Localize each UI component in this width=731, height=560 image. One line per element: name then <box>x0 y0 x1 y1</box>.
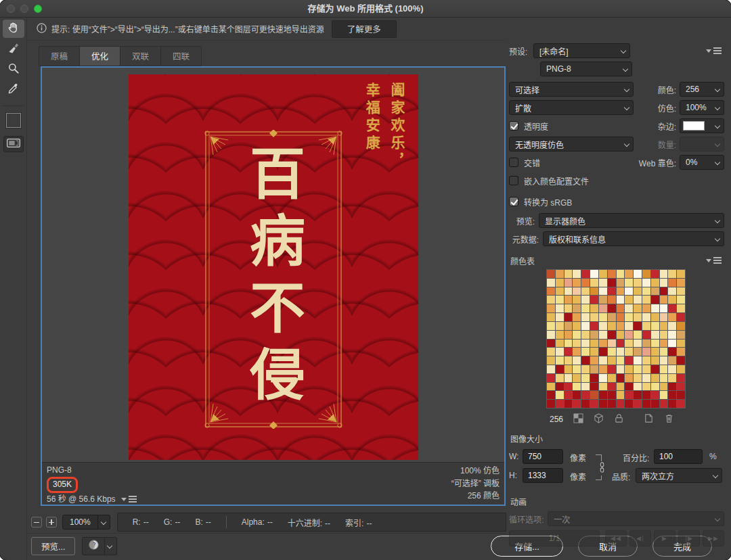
color-swatch[interactable] <box>581 391 590 399</box>
color-swatch[interactable] <box>660 348 668 356</box>
color-swatch[interactable] <box>660 365 668 373</box>
color-swatch[interactable] <box>590 383 598 391</box>
color-swatch[interactable] <box>625 348 633 356</box>
color-swatch[interactable] <box>625 340 633 348</box>
color-swatch[interactable] <box>573 270 581 278</box>
color-swatch[interactable] <box>547 365 555 373</box>
eyedropper-tool-button[interactable] <box>3 80 24 99</box>
slice-visibility-toggle[interactable] <box>3 136 24 152</box>
color-swatch[interactable] <box>599 279 607 287</box>
color-swatch[interactable] <box>651 374 659 382</box>
color-swatch[interactable] <box>634 365 642 373</box>
preview-in-browser-button[interactable]: 预览... <box>31 537 75 555</box>
dither-method-select[interactable]: 扩散 <box>509 100 634 115</box>
color-swatch[interactable] <box>625 270 633 278</box>
format-select[interactable]: PNG-8 <box>540 62 632 76</box>
color-swatch[interactable] <box>668 365 676 373</box>
color-swatch[interactable] <box>677 356 685 365</box>
color-swatch[interactable] <box>625 365 633 373</box>
color-swatch[interactable] <box>599 391 607 399</box>
color-swatch[interactable] <box>547 331 555 339</box>
tab-original[interactable]: 原稿 <box>39 46 79 66</box>
color-swatch[interactable] <box>642 374 650 382</box>
color-swatch[interactable] <box>660 374 668 382</box>
color-swatch[interactable] <box>660 383 668 391</box>
color-swatch[interactable] <box>677 331 685 339</box>
metadata-select[interactable]: 版权和联系信息 <box>543 231 724 246</box>
color-swatch[interactable] <box>642 331 650 339</box>
color-swatch[interactable] <box>625 322 633 330</box>
color-swatch[interactable] <box>625 356 633 365</box>
color-swatch[interactable] <box>608 313 616 321</box>
color-swatch[interactable] <box>660 356 668 365</box>
color-swatch[interactable] <box>625 287 633 296</box>
color-swatch[interactable] <box>677 287 685 296</box>
color-swatch[interactable] <box>677 270 685 278</box>
color-swatch[interactable] <box>660 400 668 408</box>
color-swatch[interactable] <box>668 400 676 408</box>
color-swatch[interactable] <box>573 400 581 408</box>
color-swatch[interactable] <box>564 356 573 365</box>
color-swatch[interactable] <box>634 340 642 348</box>
tab-2up[interactable]: 双联 <box>120 46 160 66</box>
color-swatch[interactable] <box>625 331 633 339</box>
color-swatch[interactable] <box>547 304 555 312</box>
color-swatch[interactable] <box>556 391 564 399</box>
color-swatch[interactable] <box>590 313 598 321</box>
color-swatch[interactable] <box>547 322 555 330</box>
color-swatch[interactable] <box>617 374 625 382</box>
color-swatch[interactable] <box>625 296 633 304</box>
transparency-checkbox[interactable] <box>509 121 518 131</box>
color-swatch[interactable] <box>581 296 590 304</box>
color-swatch[interactable] <box>677 400 685 408</box>
color-swatch[interactable] <box>677 313 685 321</box>
color-table-menu-icon[interactable] <box>706 257 722 264</box>
color-swatch[interactable] <box>581 287 590 296</box>
color-swatch[interactable] <box>651 304 659 312</box>
color-swatch[interactable] <box>556 383 564 391</box>
color-swatch[interactable] <box>617 313 625 321</box>
color-swatch[interactable] <box>547 279 555 287</box>
color-swatch[interactable] <box>590 296 598 304</box>
color-swatch[interactable] <box>617 296 625 304</box>
color-swatch[interactable] <box>608 340 616 348</box>
embed-profile-checkbox[interactable] <box>509 176 518 185</box>
slice-select-tool-button[interactable] <box>3 40 24 58</box>
color-swatch[interactable] <box>668 279 676 287</box>
color-swatch[interactable] <box>677 365 685 373</box>
color-swatch[interactable] <box>556 348 564 356</box>
eyedropper-color-swatch[interactable] <box>6 113 21 128</box>
color-swatch[interactable] <box>573 287 581 296</box>
color-swatch[interactable] <box>547 374 555 382</box>
color-swatch[interactable] <box>660 322 668 330</box>
color-swatch[interactable] <box>608 279 616 287</box>
transparency-dither-select[interactable]: 无透明度仿色 <box>509 137 634 151</box>
color-swatch[interactable] <box>564 313 573 321</box>
height-input[interactable]: 1333 <box>523 468 563 483</box>
color-swatch[interactable] <box>556 331 564 339</box>
color-swatch[interactable] <box>651 279 659 287</box>
color-swatch[interactable] <box>617 287 625 296</box>
color-swatch[interactable] <box>634 270 642 278</box>
color-swatch[interactable] <box>599 331 607 339</box>
color-swatch[interactable] <box>547 313 555 321</box>
color-swatch[interactable] <box>556 400 564 408</box>
color-swatch[interactable] <box>564 348 573 356</box>
zoom-tool-button[interactable] <box>3 60 24 78</box>
color-swatch[interactable] <box>617 400 625 408</box>
color-swatch[interactable] <box>547 391 555 399</box>
color-swatch[interactable] <box>677 304 685 312</box>
convert-srgb-checkbox[interactable] <box>509 197 518 206</box>
color-swatch[interactable] <box>608 331 616 339</box>
color-swatch[interactable] <box>634 304 642 312</box>
color-swatch[interactable] <box>590 287 598 296</box>
color-swatch[interactable] <box>573 322 581 330</box>
width-input[interactable]: 750 <box>523 449 563 464</box>
color-swatch[interactable] <box>599 374 607 382</box>
color-swatch[interactable] <box>608 400 616 408</box>
color-swatch[interactable] <box>668 287 676 296</box>
color-swatch[interactable] <box>642 383 650 391</box>
color-swatch[interactable] <box>573 340 581 348</box>
color-swatch[interactable] <box>573 313 581 321</box>
color-swatch[interactable] <box>677 348 685 356</box>
